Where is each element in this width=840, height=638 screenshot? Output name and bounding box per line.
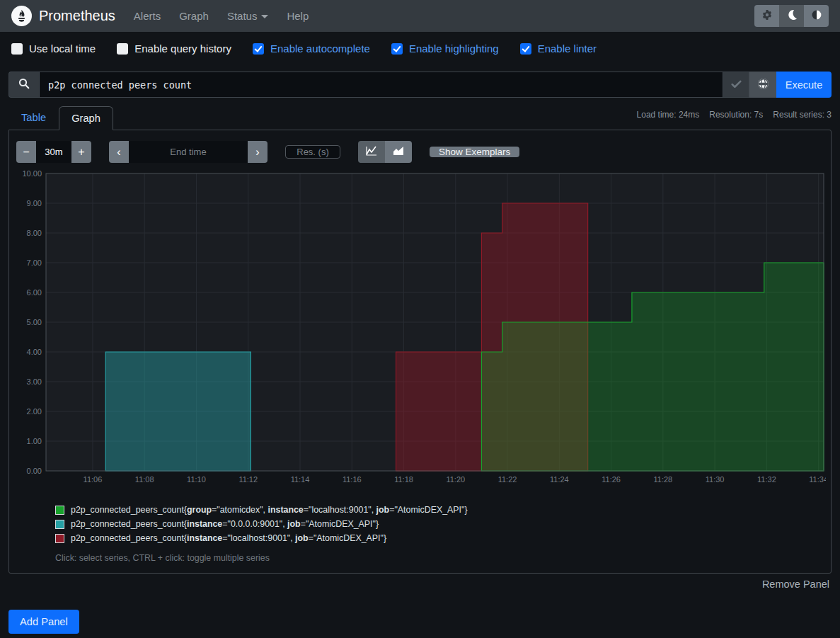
search-addon	[8, 72, 39, 98]
app-title[interactable]: Prometheus	[39, 8, 115, 24]
series-swatch-icon	[55, 506, 64, 515]
increase-range-button[interactable]: +	[71, 141, 91, 163]
svg-text:11:26: 11:26	[602, 475, 621, 484]
nav-link-status[interactable]: Status	[227, 10, 269, 22]
chart-area[interactable]: 0.001.002.003.004.005.006.007.008.009.00…	[15, 170, 825, 488]
result-tabs: Table Graph	[8, 106, 113, 130]
show-exemplars-button[interactable]: Show Exemplars	[430, 147, 519, 157]
svg-text:11:30: 11:30	[706, 475, 725, 484]
nav-link-graph[interactable]: Graph	[179, 10, 209, 22]
prometheus-logo-icon[interactable]	[11, 6, 32, 26]
graph-controls: − + ‹ › Show Exemplars	[16, 141, 824, 163]
range-input[interactable]	[36, 141, 71, 163]
series-swatch-icon	[55, 534, 64, 543]
svg-text:9.00: 9.00	[27, 199, 42, 207]
chart-type-toggle	[358, 141, 412, 163]
svg-text:11:16: 11:16	[343, 475, 362, 484]
query-stats: Load time: 24ms Resolution: 7s Result se…	[637, 110, 832, 130]
chevron-down-icon	[261, 15, 268, 18]
dark-theme-button[interactable]	[779, 5, 804, 27]
series-label: p2p_connected_peers_count{instance="loca…	[71, 533, 386, 543]
series-label: p2p_connected_peers_count{group="atomicd…	[71, 505, 468, 515]
svg-text:11:14: 11:14	[291, 475, 310, 484]
nav-link-alerts[interactable]: Alerts	[134, 10, 161, 22]
series-label: p2p_connected_peers_count{instance="0.0.…	[71, 519, 379, 529]
svg-text:11:28: 11:28	[654, 475, 673, 484]
checkbox-icon	[11, 43, 23, 55]
nav-link-help[interactable]: Help	[287, 10, 309, 22]
auto-theme-button[interactable]	[804, 5, 829, 27]
remove-panel-row: Remove Panel	[0, 574, 840, 590]
metrics-explorer-button[interactable]	[749, 72, 776, 98]
search-icon	[18, 78, 30, 91]
svg-text:11:20: 11:20	[446, 475, 465, 484]
stacked-area-chart[interactable]: 0.001.002.003.004.005.006.007.008.009.00…	[15, 170, 826, 486]
resolution-input[interactable]	[285, 145, 340, 159]
time-forward-button[interactable]: ›	[248, 141, 267, 163]
query-history-dropdown-button[interactable]	[723, 72, 749, 98]
chart-legend: p2p_connected_peers_count{group="atomicd…	[55, 505, 825, 543]
minus-icon: −	[23, 146, 29, 159]
svg-text:4.00: 4.00	[27, 348, 42, 356]
query-expression-input[interactable]	[39, 72, 723, 98]
tabs-row: Table Graph Load time: 24ms Resolution: …	[8, 106, 832, 130]
legend-item[interactable]: p2p_connected_peers_count{group="atomicd…	[55, 505, 825, 515]
decrease-range-button[interactable]: −	[16, 141, 36, 163]
line-chart-icon	[366, 146, 377, 159]
time-back-button[interactable]: ‹	[109, 141, 129, 163]
settings-button[interactable]	[754, 5, 779, 27]
result-series-stat: Result series: 3	[773, 110, 832, 120]
line-chart-button[interactable]	[358, 141, 385, 163]
resolution-stat: Resolution: 7s	[709, 110, 763, 120]
svg-text:1.00: 1.00	[27, 437, 42, 445]
load-time-stat: Load time: 24ms	[637, 110, 700, 120]
tab-graph[interactable]: Graph	[59, 106, 113, 130]
checkbox-enable-linter[interactable]: Enable linter	[520, 42, 597, 55]
stacked-area-icon	[393, 146, 404, 159]
chevron-right-icon: ›	[255, 146, 259, 159]
svg-text:11:12: 11:12	[238, 475, 258, 484]
navbar: Prometheus Alerts Graph Status Help	[0, 0, 840, 32]
svg-text:11:34: 11:34	[809, 475, 826, 484]
svg-text:5.00: 5.00	[27, 318, 42, 326]
svg-text:8.00: 8.00	[27, 229, 42, 237]
globe-icon	[757, 78, 769, 92]
checkbox-icon	[520, 43, 531, 55]
legend-item[interactable]: p2p_connected_peers_count{instance="0.0.…	[55, 519, 825, 529]
svg-text:11:06: 11:06	[84, 475, 103, 484]
contrast-icon	[811, 9, 822, 23]
check-icon	[730, 78, 742, 92]
graph-panel: − + ‹ › Show Exemplars 0.001.002.003.	[8, 130, 832, 574]
stacked-chart-button[interactable]	[385, 141, 412, 163]
checkbox-icon	[117, 43, 128, 55]
add-panel-button[interactable]: Add Panel	[8, 610, 79, 634]
end-time-input[interactable]	[129, 141, 248, 163]
remove-panel-link[interactable]: Remove Panel	[762, 579, 829, 590]
checkbox-enable-query-history[interactable]: Enable query history	[117, 42, 231, 55]
checkbox-enable-highlighting[interactable]: Enable highlighting	[391, 42, 499, 55]
svg-text:3.00: 3.00	[27, 377, 42, 386]
svg-text:0.00: 0.00	[27, 467, 42, 475]
svg-text:10.00: 10.00	[22, 170, 42, 178]
range-control: − +	[16, 141, 91, 163]
svg-text:11:32: 11:32	[757, 475, 776, 484]
execute-button[interactable]: Execute	[776, 72, 832, 98]
svg-text:11:10: 11:10	[187, 475, 206, 484]
gear-icon	[761, 9, 773, 23]
svg-text:11:08: 11:08	[135, 475, 154, 484]
svg-text:7.00: 7.00	[27, 258, 42, 267]
legend-item[interactable]: p2p_connected_peers_count{instance="loca…	[55, 533, 825, 543]
svg-text:11:22: 11:22	[498, 475, 517, 484]
checkbox-use-local-time[interactable]: Use local time	[11, 42, 96, 55]
query-bar: Execute	[8, 72, 832, 98]
moon-icon	[786, 9, 798, 23]
tab-table[interactable]: Table	[8, 106, 59, 130]
checkbox-icon	[391, 43, 403, 55]
svg-text:2.00: 2.00	[27, 407, 42, 416]
plus-icon: +	[78, 146, 84, 159]
series-swatch-icon	[55, 520, 64, 529]
options-bar: Use local time Enable query history Enab…	[0, 32, 840, 64]
checkbox-enable-autocomplete[interactable]: Enable autocomplete	[253, 42, 370, 55]
chevron-left-icon: ‹	[117, 146, 120, 159]
svg-text:11:18: 11:18	[394, 475, 413, 484]
